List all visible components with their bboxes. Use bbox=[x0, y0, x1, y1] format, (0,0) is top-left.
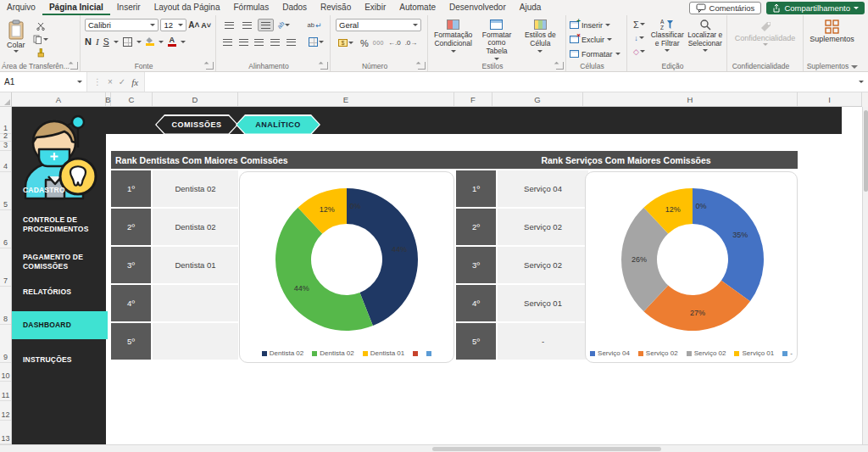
nav-tab-comissoes[interactable]: COMISSÕES bbox=[155, 114, 238, 135]
sort-filter-button[interactable]: AZ Classificar e Filtrar bbox=[649, 18, 686, 60]
format-painter-button[interactable] bbox=[32, 47, 49, 59]
legend-item[interactable]: Serviço 04 bbox=[590, 349, 630, 357]
insert-cells-button[interactable]: Inserir bbox=[570, 19, 623, 31]
dentists-chart-box[interactable]: 44%44%12%0% Dentista 02Dentista 02Dentis… bbox=[239, 171, 454, 363]
addins-button[interactable]: Suplementos bbox=[806, 18, 858, 60]
row-header-6[interactable]: 6 bbox=[0, 210, 11, 248]
collapse-ribbon-icon[interactable] bbox=[851, 65, 858, 69]
nav-tab-analitico[interactable]: ANALÍTICO bbox=[236, 114, 320, 135]
borders-button[interactable] bbox=[123, 37, 132, 47]
row-header-5[interactable]: 5 bbox=[0, 172, 11, 210]
comments-button[interactable]: Comentários bbox=[689, 2, 762, 14]
vertical-scrollbar[interactable] bbox=[862, 107, 868, 444]
bold-button[interactable]: N bbox=[85, 36, 92, 47]
comma-style-button[interactable]: 000 bbox=[373, 40, 384, 46]
row-header-10[interactable]: 10 bbox=[0, 363, 11, 382]
column-header-a[interactable]: A bbox=[12, 92, 106, 106]
align-center-button[interactable] bbox=[237, 36, 251, 48]
decrease-indent-button[interactable] bbox=[269, 36, 282, 48]
menu-tab-arquivo[interactable]: Arquivo bbox=[0, 0, 42, 15]
font-name-combo[interactable]: Calibri bbox=[85, 19, 159, 31]
row-header-9[interactable]: 9 bbox=[0, 325, 11, 363]
menu-tab-formulas[interactable]: Fórmulas bbox=[226, 0, 275, 15]
sidebar-item-cadastro[interactable]: CADASTRO bbox=[12, 181, 106, 200]
increase-font-button[interactable]: A˄ bbox=[188, 20, 199, 30]
legend-item[interactable] bbox=[426, 351, 431, 356]
align-right-button[interactable] bbox=[253, 36, 266, 48]
row-header-13[interactable]: 13 bbox=[0, 421, 11, 444]
menu-tab-pagina-inicial[interactable]: Página Inicial bbox=[42, 0, 110, 15]
column-header-i[interactable]: I bbox=[798, 92, 862, 106]
legend-item[interactable]: Dentista 02 bbox=[312, 349, 353, 357]
decrease-font-button[interactable]: A˅ bbox=[201, 21, 211, 30]
column-header-c[interactable]: C bbox=[111, 92, 153, 106]
copy-button[interactable] bbox=[32, 33, 49, 46]
autosum-button[interactable]: Σ bbox=[631, 18, 648, 31]
align-middle-button[interactable] bbox=[239, 19, 254, 31]
legend-item[interactable]: Dentista 02 bbox=[262, 349, 303, 357]
dialog-launcher-icon[interactable] bbox=[418, 62, 426, 70]
column-header-g[interactable]: G bbox=[492, 92, 583, 106]
align-bottom-button[interactable] bbox=[258, 19, 274, 31]
clear-button[interactable]: ◇ bbox=[631, 45, 648, 58]
align-left-button[interactable] bbox=[221, 36, 235, 48]
sidebar-item-instrucoes[interactable]: INSTRUÇÕES bbox=[12, 351, 106, 370]
menu-tab-exibir[interactable]: Exibir bbox=[358, 0, 392, 15]
vertical-scrollbar-thumb[interactable] bbox=[864, 110, 868, 192]
dialog-launcher-icon[interactable] bbox=[556, 62, 564, 70]
column-header-f[interactable]: F bbox=[454, 92, 492, 106]
sidebar-item-controle-de-procedimentos[interactable]: CONTROLE DE PROCEDIMENTOS bbox=[12, 210, 106, 239]
formula-input[interactable] bbox=[145, 72, 854, 92]
number-format-combo[interactable]: Geral bbox=[336, 19, 421, 31]
row-header-11[interactable]: 11 bbox=[0, 382, 11, 401]
menu-tab-layout-da-pagina[interactable]: Layout da Página bbox=[147, 0, 227, 15]
font-size-combo[interactable]: 12 bbox=[160, 19, 186, 31]
row-header-1[interactable]: 1 bbox=[0, 107, 11, 134]
decrease-decimal-button[interactable]: .0→ bbox=[405, 39, 418, 47]
menu-tab-inserir[interactable]: Inserir bbox=[110, 0, 147, 15]
column-header-d[interactable]: D bbox=[153, 92, 238, 106]
horizontal-scrollbar[interactable] bbox=[0, 444, 868, 452]
increase-indent-button[interactable] bbox=[284, 36, 298, 48]
conditional-formatting-button[interactable]: Formatação Condicional bbox=[431, 18, 475, 60]
format-as-table-button[interactable]: Formatar como Tabela bbox=[475, 18, 518, 60]
fill-color-button[interactable] bbox=[146, 37, 154, 46]
row-header-8[interactable]: 8 bbox=[0, 287, 11, 325]
fill-button[interactable]: ↓ bbox=[631, 31, 648, 44]
legend-item[interactable]: Serviço 02 bbox=[638, 349, 678, 357]
confirm-entry-icon[interactable]: ✓ bbox=[119, 77, 125, 86]
column-header-h[interactable]: H bbox=[583, 92, 798, 106]
find-select-button[interactable]: Localizar e Selecionar bbox=[687, 18, 724, 60]
cell-styles-button[interactable]: Estilos de Célula bbox=[519, 18, 562, 60]
dialog-launcher-icon[interactable] bbox=[206, 62, 214, 70]
sidebar-item-pagamento-de-comissoes[interactable]: PAGAMENTO DE COMISSÕES bbox=[12, 248, 106, 276]
paste-button[interactable]: Colar bbox=[3, 18, 29, 60]
align-top-button[interactable] bbox=[221, 19, 236, 31]
legend-item[interactable]: Serviço 01 bbox=[734, 349, 774, 357]
merge-center-button[interactable] bbox=[308, 36, 325, 48]
increase-decimal-button[interactable]: ←.0 bbox=[388, 39, 401, 47]
name-box[interactable]: A1 bbox=[0, 72, 87, 92]
row-header-7[interactable]: 7 bbox=[0, 248, 11, 287]
menu-tab-desenvolvedor[interactable]: Desenvolvedor bbox=[442, 0, 513, 15]
font-color-button[interactable]: A bbox=[168, 36, 176, 47]
services-chart-box[interactable]: 35%27%26%12%0% Serviço 04Serviço 02Servi… bbox=[585, 171, 798, 363]
formula-bar-expand-button[interactable] bbox=[854, 72, 868, 92]
orientation-button[interactable]: ab bbox=[276, 19, 292, 31]
row-header-3[interactable]: 3 bbox=[0, 142, 11, 151]
italic-button[interactable]: I bbox=[96, 36, 99, 47]
menu-tab-ajuda[interactable]: Ajuda bbox=[513, 0, 548, 15]
underline-button[interactable]: S bbox=[103, 36, 109, 47]
delete-cells-button[interactable]: Excluir bbox=[570, 33, 623, 46]
menu-tab-dados[interactable]: Dados bbox=[275, 0, 314, 15]
legend-item[interactable]: Serviço 02 bbox=[687, 349, 726, 357]
row-header-12[interactable]: 12 bbox=[0, 401, 11, 421]
row-header-4[interactable]: 4 bbox=[0, 151, 11, 172]
column-header-e[interactable]: E bbox=[238, 92, 454, 106]
sidebar-item-dashboard[interactable]: DASHBOARD bbox=[12, 311, 108, 339]
percent-style-button[interactable]: % bbox=[360, 38, 369, 48]
accounting-format-button[interactable]: $ bbox=[336, 36, 356, 49]
format-cells-button[interactable]: Formatar bbox=[570, 47, 623, 60]
legend-item[interactable]: Dentista 01 bbox=[363, 349, 404, 357]
share-button[interactable]: Compartilhamento bbox=[766, 2, 865, 14]
